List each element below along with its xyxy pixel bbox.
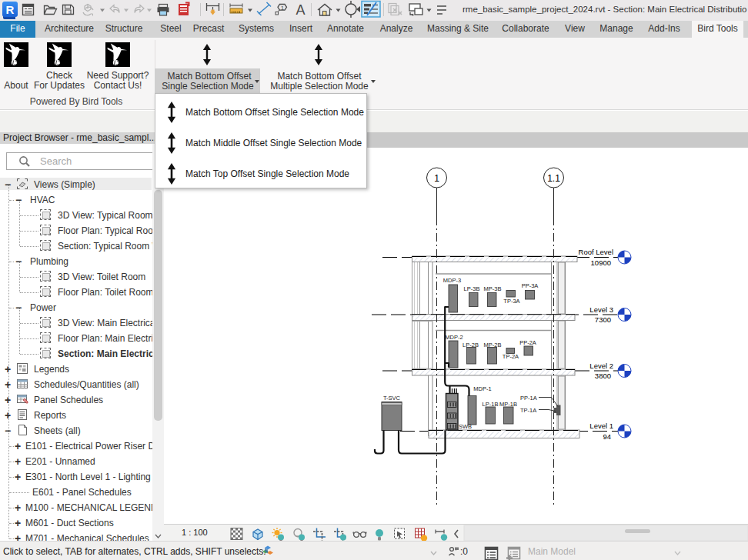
svg-text:MDP-2: MDP-2 [445,334,462,341]
svg-text:MDP-3: MDP-3 [443,277,461,284]
svg-text:PP-1A: PP-1A [520,395,537,402]
svg-text:Roof Level: Roof Level [579,248,613,256]
svg-text:TP-2A: TP-2A [503,353,519,360]
svg-text:TP-1A: TP-1A [520,407,536,414]
svg-text:MDP-1: MDP-1 [473,385,491,392]
svg-text:10900: 10900 [591,258,611,267]
svg-text:TP-3A: TP-3A [503,298,519,305]
svg-text:MP-2B: MP-2B [484,342,502,348]
svg-text:PP-3A: PP-3A [522,282,539,289]
svg-text:1.1: 1.1 [547,173,560,184]
svg-text:SWB: SWB [459,423,472,430]
svg-text:R: R [6,3,15,16]
svg-text:MP-1B: MP-1B [499,401,517,408]
svg-text:3800: 3800 [595,372,611,380]
svg-text:A: A [296,2,305,18]
svg-text:LP-2B: LP-2B [462,342,479,348]
svg-text:MP-3B: MP-3B [484,285,502,292]
svg-text:1: 1 [281,5,285,12]
svg-text:7300: 7300 [595,315,611,324]
svg-text:Level 1: Level 1 [589,422,613,430]
svg-text:LP-1B: LP-1B [483,401,499,408]
svg-text:1: 1 [434,173,439,184]
svg-text:Level 3: Level 3 [589,305,613,314]
svg-text:Level 2: Level 2 [589,362,613,370]
svg-text:94: 94 [603,432,611,441]
svg-text:LP-3B: LP-3B [464,285,480,292]
svg-text:PP-2A: PP-2A [519,339,536,346]
svg-text:T-SVC: T-SVC [383,395,401,402]
